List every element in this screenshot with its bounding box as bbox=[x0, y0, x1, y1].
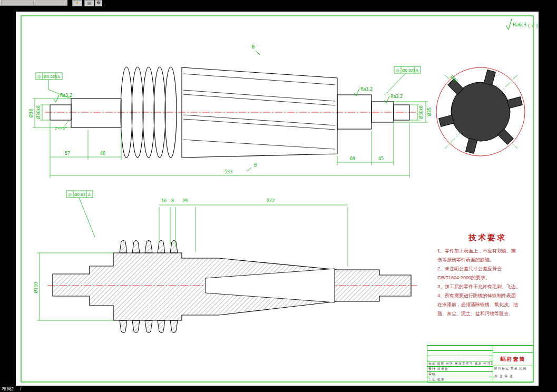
gdt3-datum: A bbox=[88, 193, 91, 197]
dim-dia-right1: Ø35 bbox=[427, 107, 432, 116]
cad-window: { "window": { "layout_tab": "布局2", "tab_… bbox=[0, 0, 557, 392]
dim-69: 69 bbox=[350, 156, 355, 161]
ra63-suffix: ( √ ) bbox=[528, 23, 538, 28]
toolbar-fragment[interactable] bbox=[0, 0, 67, 6]
dim-533: 533 bbox=[224, 170, 232, 174]
marks-row: 标记 处数 分区 更改文件号 签名 年月日 bbox=[427, 361, 493, 367]
stage-row: 阶段标记 重量 比例 bbox=[493, 366, 533, 374]
toolbar-segment[interactable] bbox=[1, 1, 34, 6]
section-labels: B B bbox=[247, 45, 260, 171]
gdt3-symbol: ◎ bbox=[68, 192, 72, 197]
design-row: 设计 标准化 bbox=[427, 367, 493, 372]
gdt3-tol: Ø0.03 bbox=[74, 193, 85, 197]
section-label-top: B bbox=[252, 45, 255, 50]
dim-222: 222 bbox=[267, 199, 275, 203]
drawing-frame bbox=[21, 16, 533, 382]
check-row: 审核 bbox=[427, 372, 493, 377]
ra32-label-1: Ra3.2 bbox=[60, 93, 72, 98]
gdt-frame-2: ◎ Ø0.025 A bbox=[385, 66, 421, 95]
dim-dia-left2: Ø38 bbox=[28, 109, 34, 117]
dim-dia-left1: Ø30k6 bbox=[36, 105, 41, 119]
title-block-name-zone: 蜗杆套筒 阶段标记 重量 比例 共 张 第 张 bbox=[493, 346, 533, 382]
process-row: 工艺 批准 bbox=[427, 377, 493, 382]
gdt1-symbol: ◎ bbox=[37, 74, 41, 79]
ra32-label-3: Ra3.2 bbox=[390, 94, 403, 99]
sheets-row: 共 张 第 张 bbox=[493, 374, 533, 382]
tech-req-title: 技术要求 bbox=[437, 233, 538, 243]
section-label-bottom: B bbox=[254, 163, 257, 168]
end-view: Ø82 bbox=[436, 67, 525, 156]
helical-flutes bbox=[183, 74, 335, 149]
gdt1-datum: A bbox=[57, 75, 60, 79]
revision-row-3 bbox=[427, 356, 493, 361]
paper-sheet[interactable]: Ra6.3 ( √ ) bbox=[16, 12, 539, 386]
dim-40: 40 bbox=[100, 151, 105, 156]
toolbar-segment-2[interactable] bbox=[35, 1, 66, 6]
dim-57: 57 bbox=[65, 151, 70, 156]
status-bar: 布局2 / bbox=[0, 386, 557, 392]
technical-requirements: 技术要求 1、零件加工表面上，不应有划痕、擦 伤等损伤零件表面的缺陷。 2、未注… bbox=[437, 233, 538, 318]
gdt2-datum: A bbox=[416, 68, 418, 73]
top-toolbar: ✦ ▤ �副 bbox=[0, 0, 557, 6]
dim-dia-right2: Ø30k6 bbox=[418, 105, 424, 119]
title-block: 标记 处数 分区 更改文件号 签名 年月日 设计 标准化 审核 工艺 批准 蜗杆… bbox=[427, 345, 533, 383]
gdt2-symbol: ◎ bbox=[396, 68, 399, 73]
gdt1-tol: Ø0.025 bbox=[44, 75, 57, 79]
chamfer-note: 2×45° bbox=[55, 126, 67, 131]
revision-row-1 bbox=[427, 346, 493, 351]
gdt-frame-3: ◎ Ø0.03 A bbox=[66, 191, 95, 237]
dim-dia-bottom: Ø110 bbox=[33, 282, 38, 293]
ra32-label-2: Ra3.2 bbox=[360, 87, 373, 92]
ra63-label: Ra6.3 bbox=[513, 22, 526, 27]
dim-29: 29 bbox=[182, 199, 188, 203]
model-space[interactable]: Ra6.3 ( √ ) bbox=[0, 6, 557, 386]
dim-8: 8 bbox=[171, 199, 174, 203]
dim-16: 16 bbox=[161, 199, 167, 203]
company-cell bbox=[493, 346, 533, 353]
tech-req-body: 1、零件加工表面上，不应有划痕、擦 伤等损伤零件表面的缺陷。 2、未注明公差尺寸… bbox=[437, 247, 538, 318]
layout-tab-slash: / bbox=[20, 386, 22, 392]
dim-45: 45 bbox=[378, 156, 384, 161]
cad-drawing: Ra6.3 ( √ ) bbox=[16, 12, 539, 386]
layout-tab[interactable]: 布局2 bbox=[2, 386, 14, 392]
title-block-revision-zone: 标记 处数 分区 更改文件号 签名 年月日 设计 标准化 审核 工艺 批准 bbox=[427, 346, 493, 382]
bottom-view-outline bbox=[53, 241, 411, 333]
gdt2-tol: Ø0.025 bbox=[402, 68, 416, 73]
part-name: 蜗杆套筒 bbox=[493, 353, 533, 366]
revision-row-2 bbox=[427, 351, 493, 356]
